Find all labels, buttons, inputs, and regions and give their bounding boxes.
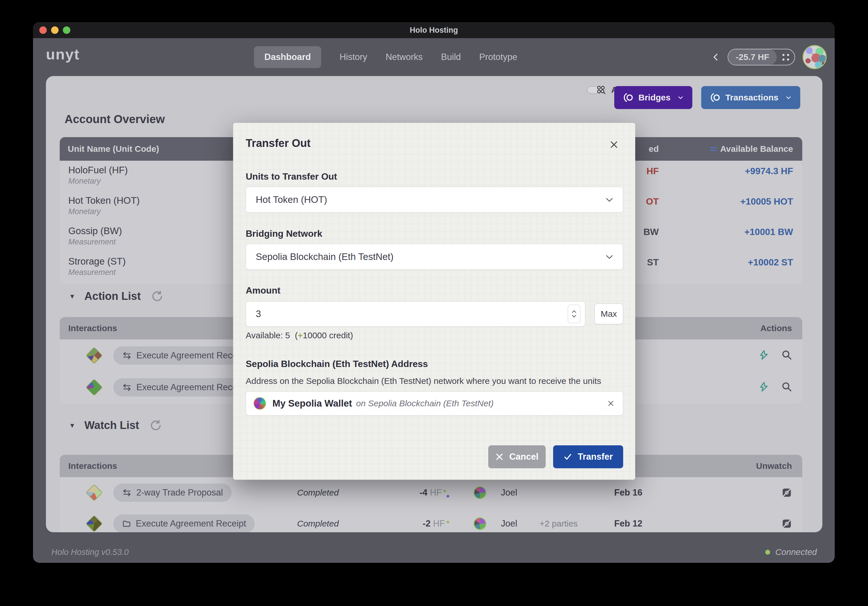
interaction-avatar bbox=[85, 347, 102, 364]
address-label: Sepolia Blockchain (Eth TestNet) Address bbox=[246, 359, 623, 369]
page-title: Account Overview bbox=[65, 113, 165, 126]
transfer-button[interactable]: Transfer bbox=[553, 445, 623, 468]
extra-parties: +2 parties bbox=[539, 519, 578, 529]
used-value: BW bbox=[643, 227, 659, 237]
collapse-caret-icon[interactable]: ▾ bbox=[70, 292, 74, 301]
available-text: Available: 5 (+10000 credit) bbox=[246, 331, 623, 341]
network-select-value: Sepolia Blockchain (Eth TestNet) bbox=[256, 251, 394, 262]
toolbar: Agreements Bridges bbox=[587, 86, 800, 109]
wallet-name: My Sepolia Wallet bbox=[273, 398, 352, 409]
amount-field bbox=[246, 301, 585, 326]
close-icon[interactable] bbox=[609, 139, 619, 150]
col-interactions: Interactions bbox=[68, 323, 117, 333]
party-name: Joel bbox=[501, 487, 517, 498]
network-label: Bridging Network bbox=[246, 229, 623, 239]
traffic-lights bbox=[39, 22, 70, 38]
tab-prototype[interactable]: Prototype bbox=[479, 52, 518, 62]
connected-dot-icon bbox=[765, 550, 770, 555]
interaction-avatar bbox=[85, 379, 102, 396]
col-actions: Actions bbox=[760, 323, 792, 333]
chevron-down-icon bbox=[785, 94, 792, 101]
transfer-label: Transfer bbox=[578, 451, 613, 462]
interaction-chip[interactable]: 2-way Trade Proposal bbox=[113, 484, 232, 502]
row-date: Feb 12 bbox=[591, 518, 642, 529]
collapse-caret-icon[interactable]: ▾ bbox=[70, 421, 74, 430]
unwatch-eye-off-icon[interactable] bbox=[781, 518, 792, 529]
nav-tabs: Dashboard History Networks Build Prototy… bbox=[254, 46, 517, 68]
amount-value: -2 HF bbox=[384, 518, 449, 529]
units-select[interactable]: Hot Token (HOT) bbox=[246, 187, 623, 213]
max-button[interactable]: Max bbox=[594, 304, 623, 324]
wallet-avatar bbox=[253, 397, 266, 410]
transactions-button[interactable]: Transactions bbox=[701, 86, 800, 109]
used-value: HF bbox=[646, 166, 659, 176]
swap-arrows-icon bbox=[122, 383, 132, 392]
used-value: ST bbox=[647, 257, 659, 268]
zoom-window-button[interactable] bbox=[63, 26, 70, 34]
amount-stepper[interactable] bbox=[568, 305, 580, 323]
execute-bolt-icon[interactable] bbox=[758, 381, 769, 393]
row-date: Feb 16 bbox=[591, 487, 642, 498]
table-row: 2-way Trade Proposal Completed -4 HF Joe… bbox=[60, 477, 802, 508]
bridges-label: Bridges bbox=[639, 93, 671, 102]
available-balance: +10001 BW bbox=[744, 227, 793, 237]
transactions-icon bbox=[710, 93, 720, 103]
bridge-icon bbox=[623, 93, 633, 103]
amount-value: -4 HF bbox=[384, 487, 449, 498]
col-interactions: Interactions bbox=[68, 461, 117, 471]
credit-plus: + bbox=[298, 331, 303, 340]
swap-arrows-icon bbox=[122, 351, 132, 360]
transactions-label: Transactions bbox=[725, 93, 778, 102]
navbar: unyt Dashboard History Networks Build Pr… bbox=[33, 38, 835, 76]
status-text: Completed bbox=[297, 488, 339, 498]
action-list-section-header: ▾ Action List bbox=[70, 290, 163, 302]
check-icon bbox=[563, 453, 572, 461]
unyt-logo[interactable]: unyt bbox=[46, 46, 80, 63]
titlebar: Holo Hosting bbox=[33, 22, 835, 38]
watch-list-section-header: ▾ Watch List bbox=[70, 419, 161, 431]
tab-networks[interactable]: Networks bbox=[386, 52, 423, 62]
cancel-button[interactable]: Cancel bbox=[488, 445, 546, 468]
wallet-field[interactable]: My Sepolia Wallet on Sepolia Blockchain … bbox=[246, 391, 623, 416]
balance-pill[interactable]: -25.7 HF bbox=[728, 49, 795, 65]
refresh-icon[interactable] bbox=[150, 420, 161, 431]
inspect-magnifier-icon[interactable] bbox=[781, 381, 792, 393]
connection-status: Connected bbox=[765, 547, 817, 557]
interaction-label: 2-way Trade Proposal bbox=[136, 487, 223, 498]
close-window-button[interactable] bbox=[39, 26, 47, 34]
agreements-button[interactable]: Agreements bbox=[587, 86, 605, 94]
status-text: Completed bbox=[297, 519, 339, 529]
refresh-icon[interactable] bbox=[151, 291, 163, 302]
clear-wallet-icon[interactable] bbox=[606, 399, 615, 408]
connection-status-label: Connected bbox=[775, 547, 817, 557]
inspect-magnifier-icon[interactable] bbox=[781, 349, 792, 362]
balance-menu-dots-icon[interactable] bbox=[777, 49, 795, 65]
chevron-down-icon bbox=[604, 252, 614, 262]
amount-input[interactable] bbox=[246, 308, 517, 320]
party-avatar bbox=[474, 517, 486, 530]
balance-value: -25.7 HF bbox=[728, 49, 777, 65]
watch-list-title: Watch List bbox=[84, 419, 139, 431]
col-unit-name: Unit Name (Unit Code) bbox=[60, 144, 159, 154]
minimize-window-button[interactable] bbox=[51, 26, 59, 34]
network-select[interactable]: Sepolia Blockchain (Eth TestNet) bbox=[246, 244, 623, 270]
wallet-network: on Sepolia Blockchain (Eth TestNet) bbox=[356, 399, 494, 408]
party-name: Joel bbox=[501, 518, 517, 529]
table-row: Execute Agreement Receipt Completed -2 H… bbox=[60, 508, 802, 532]
bridges-button[interactable]: Bridges bbox=[614, 86, 692, 109]
tab-history[interactable]: History bbox=[339, 52, 367, 62]
transfer-out-modal: Transfer Out Units to Transfer Out Hot T… bbox=[233, 123, 635, 480]
available-balance: +9974.3 HF bbox=[745, 166, 793, 176]
chevron-left-icon[interactable] bbox=[711, 53, 720, 62]
execute-bolt-icon[interactable] bbox=[758, 349, 769, 362]
tab-dashboard[interactable]: Dashboard bbox=[254, 46, 321, 68]
swap-arrows-icon bbox=[122, 489, 132, 497]
user-avatar[interactable] bbox=[803, 45, 827, 69]
col-available-balance: Available Balance bbox=[710, 144, 793, 154]
tab-build[interactable]: Build bbox=[441, 52, 461, 62]
units-select-value: Hot Token (HOT) bbox=[256, 194, 327, 205]
interaction-chip[interactable]: Execute Agreement Receipt bbox=[113, 515, 254, 532]
interaction-label: Execute Agreement Receipt bbox=[136, 518, 246, 529]
unwatch-eye-off-icon[interactable] bbox=[781, 487, 792, 498]
units-label: Units to Transfer Out bbox=[246, 171, 623, 182]
